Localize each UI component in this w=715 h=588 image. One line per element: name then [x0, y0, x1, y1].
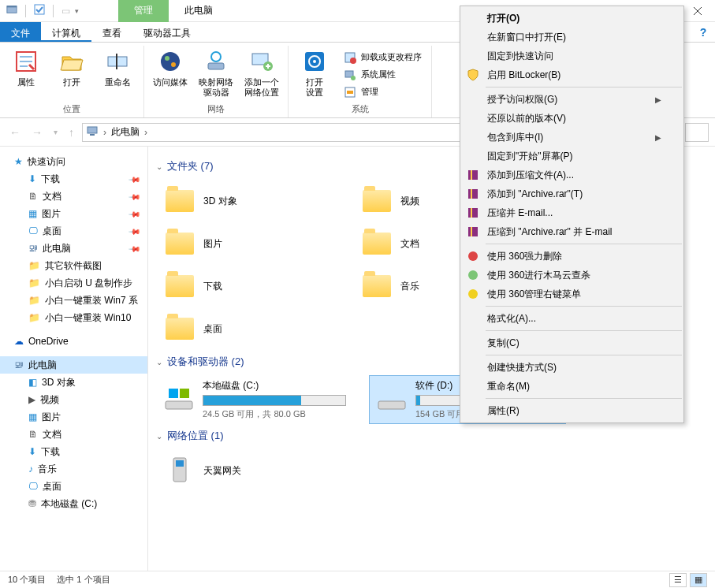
svg-rect-33: [471, 189, 472, 199]
access-media-button[interactable]: 访问媒体: [151, 46, 190, 103]
ctx-shortcut[interactable]: 创建快捷方式(S): [460, 358, 683, 377]
nav-usb-boot[interactable]: 📁小白启动 U 盘制作步: [0, 274, 147, 292]
folder-3d-objects[interactable]: 3D 对象: [156, 180, 353, 222]
nav-quick-access[interactable]: ★快速访问: [0, 153, 147, 170]
ctx-compress-email[interactable]: 压缩并 E-mail...: [460, 203, 683, 222]
desktop-icon: 🖵: [28, 225, 38, 236]
group-network: 网络: [151, 103, 281, 117]
add-netloc-button[interactable]: 添加一个 网络位置: [242, 46, 281, 103]
group-location: 位置: [6, 103, 137, 117]
ctx-add-archive[interactable]: 添加到压缩文件(A)...: [460, 166, 683, 184]
ctx-properties[interactable]: 属性(R): [460, 401, 683, 420]
back-button[interactable]: ←: [6, 125, 24, 140]
window-title: 此电脑: [169, 0, 229, 22]
tab-file[interactable]: 文件: [0, 22, 41, 42]
ctx-restore[interactable]: 还原以前的版本(V): [460, 109, 683, 128]
folder-desktop[interactable]: 桌面: [156, 307, 353, 350]
nav-music[interactable]: ♪音乐: [0, 460, 147, 478]
breadcrumb-this-pc[interactable]: 此电脑: [111, 125, 140, 139]
folder-pictures[interactable]: 图片: [156, 222, 353, 265]
nav-pictures[interactable]: ▦图片📌: [0, 205, 147, 222]
drive-c[interactable]: 本地磁盘 (C:) 24.5 GB 可用，共 80.0 GB: [156, 375, 353, 424]
ctx-bitlocker[interactable]: 启用 BitLocker(B): [460, 65, 683, 84]
chevron-right-icon[interactable]: ›: [103, 127, 106, 138]
navigation-pane[interactable]: ★快速访问 ⬇下载📌 🗎文档📌 ▦图片📌 🖵桌面📌 🖳此电脑📌 📁其它软件截图 …: [0, 147, 148, 571]
ctx-copy[interactable]: 复制(C): [460, 333, 683, 352]
up-button[interactable]: ↑: [65, 125, 77, 140]
ctx-compress-rar-email[interactable]: 压缩到 "Archive.rar" 并 E-mail: [460, 222, 683, 241]
ctx-include-lib[interactable]: 包含到库中(I)▶: [460, 128, 683, 147]
nav-local-c[interactable]: ⛃本地磁盘 (C:): [0, 495, 147, 512]
360-delete-icon: [467, 250, 479, 262]
ctx-grant-access[interactable]: 授予访问权限(G)▶: [460, 90, 683, 109]
svg-point-10: [211, 52, 221, 61]
open-label: 打开: [63, 77, 80, 87]
recent-dropdown-icon[interactable]: ▾: [50, 126, 61, 138]
nav-documents[interactable]: 🗎文档📌: [0, 188, 147, 205]
nav-documents2[interactable]: 🗎文档: [0, 426, 147, 443]
nav-this-pc[interactable]: 🖳此电脑: [0, 356, 147, 374]
rename-button[interactable]: 重命名: [98, 46, 137, 103]
properties-button[interactable]: 属性: [6, 46, 46, 103]
forward-button[interactable]: →: [28, 125, 46, 140]
picture-icon: ▦: [28, 411, 37, 422]
ctx-add-to-rar[interactable]: 添加到 "Archive.rar"(T): [460, 184, 683, 203]
map-drive-button[interactable]: 映射网络 驱动器: [196, 46, 236, 103]
nav-win7[interactable]: 📁小白一键重装 Win7 系: [0, 292, 147, 309]
open-button[interactable]: 打开: [52, 46, 91, 103]
nav-win10[interactable]: 📁小白一键重装 Win10: [0, 309, 147, 326]
folder-downloads[interactable]: 下载: [156, 265, 353, 307]
ctx-360-manage[interactable]: 使用 360管理右键菜单: [460, 285, 683, 303]
ctx-rename[interactable]: 重命名(M): [460, 377, 683, 396]
map-drive-label: 映射网络 驱动器: [199, 77, 233, 98]
details-view-button[interactable]: ☰: [669, 573, 687, 587]
search-input[interactable]: [685, 123, 709, 142]
ctx-360-force-delete[interactable]: 使用 360强力删除: [460, 247, 683, 266]
qat-checkbox-icon[interactable]: [34, 4, 45, 17]
add-netloc-label: 添加一个 网络位置: [244, 77, 279, 98]
ctx-format[interactable]: 格式化(A)...: [460, 309, 683, 328]
nav-onedrive[interactable]: ☁OneDrive: [0, 333, 147, 350]
ctx-pin-start[interactable]: 固定到"开始"屏幕(P): [460, 147, 683, 166]
nav-downloads[interactable]: ⬇下载📌: [0, 170, 147, 188]
nav-this-pc-pinned[interactable]: 🖳此电脑📌: [0, 240, 147, 257]
chevron-down-icon: ⌄: [156, 162, 162, 171]
qat-new-folder-icon[interactable]: ▭: [61, 6, 70, 17]
nav-downloads2[interactable]: ⬇下载: [0, 443, 147, 460]
pin-icon: 📌: [128, 242, 141, 255]
tab-view[interactable]: 查看: [91, 22, 132, 42]
netloc-gateway[interactable]: 天翼网关: [156, 449, 353, 492]
help-icon[interactable]: ?: [691, 22, 715, 42]
ctx-new-window[interactable]: 在新窗口中打开(E): [460, 28, 683, 47]
document-icon: 🗎: [28, 429, 38, 440]
tab-drive-tools[interactable]: 驱动器工具: [132, 22, 202, 42]
svg-rect-37: [471, 227, 472, 236]
tab-computer[interactable]: 计算机: [41, 22, 91, 42]
document-icon: 🗎: [28, 191, 38, 202]
manage-button[interactable]: 管理: [341, 85, 425, 99]
drive-c-sub: 24.5 GB 可用，共 80.0 GB: [203, 408, 346, 420]
ctx-open[interactable]: 打开(O): [460, 9, 683, 28]
nav-desktop[interactable]: 🖵桌面📌: [0, 222, 147, 240]
context-menu: 打开(O) 在新窗口中打开(E) 固定到快速访问 启用 BitLocker(B)…: [460, 6, 684, 423]
close-icon[interactable]: [680, 0, 715, 22]
chevron-right-icon[interactable]: ›: [144, 127, 147, 138]
chevron-down-icon: ⌄: [156, 432, 162, 441]
nav-other-screenshots[interactable]: 📁其它软件截图: [0, 257, 147, 274]
group-header-netloc[interactable]: ⌄网络位置 (1): [156, 429, 707, 443]
ctx-pin-quick[interactable]: 固定到快速访问: [460, 47, 683, 65]
svg-point-39: [468, 270, 478, 280]
uninstall-button[interactable]: 卸载或更改程序: [341, 50, 425, 65]
sys-props-button[interactable]: 系统属性: [341, 68, 425, 82]
ctx-360-scan[interactable]: 使用 360进行木马云查杀: [460, 266, 683, 285]
open-settings-button[interactable]: 打开 设置: [295, 46, 334, 103]
tiles-view-button[interactable]: ▦: [690, 573, 707, 587]
tab-manage-context[interactable]: 管理: [118, 0, 169, 22]
qat-dropdown-icon[interactable]: ▾: [75, 7, 79, 15]
svg-rect-21: [347, 91, 353, 94]
nav-videos[interactable]: ▶视频: [0, 391, 147, 408]
nav-pictures2[interactable]: ▦图片: [0, 408, 147, 426]
folder-icon: 📁: [28, 312, 40, 323]
nav-desktop2[interactable]: 🖵桌面: [0, 478, 147, 495]
nav-3d[interactable]: ◧3D 对象: [0, 374, 147, 391]
